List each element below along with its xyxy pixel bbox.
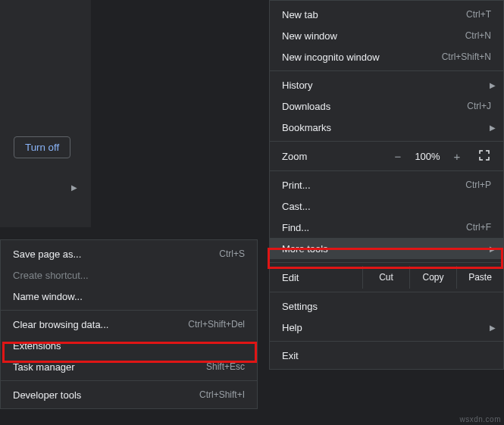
cut-button[interactable]: Cut [362,266,409,289]
edit-row: Edit Cut Copy Paste [270,266,503,289]
zoom-row: Zoom − 100% + [270,145,503,167]
shortcut: Ctrl+Shift+N [442,52,491,62]
shortcut: Ctrl+Shift+Del [188,319,245,330]
menu-item-print[interactable]: Print... Ctrl+P [270,174,503,195]
menu-label: More tools [282,243,491,255]
menu-item-more-tools[interactable]: More tools ▶ [270,238,503,259]
more-tools-submenu: Save page as... Ctrl+S Create shortcut..… [0,239,258,409]
menu-label: Clear browsing data... [13,319,188,330]
chevron-right-icon: ▶ [71,183,77,192]
edit-label: Edit [282,272,362,283]
shortcut: Ctrl+J [467,101,491,111]
menu-item-new-incognito[interactable]: New incognito window Ctrl+Shift+N [270,46,503,67]
chevron-right-icon: ▶ [490,245,496,253]
menu-item-new-tab[interactable]: New tab Ctrl+T [270,4,503,25]
separator [270,262,503,263]
copy-button[interactable]: Copy [409,266,456,289]
watermark: wsxdn.com [459,415,501,423]
menu-label: Exit [282,350,491,361]
menu-item-clear-data[interactable]: Clear browsing data... Ctrl+Shift+Del [1,314,257,335]
menu-item-history[interactable]: History ▶ [270,74,503,95]
menu-item-name-window[interactable]: Name window... [1,286,257,307]
menu-item-exit[interactable]: Exit [270,345,503,366]
menu-item-save-page[interactable]: Save page as... Ctrl+S [1,243,257,264]
shortcut: Ctrl+F [466,222,491,233]
menu-item-downloads[interactable]: Downloads Ctrl+J [270,95,503,117]
shortcut: Ctrl+P [465,180,491,190]
menu-label: Print... [282,180,465,191]
separator [1,310,257,311]
menu-item-settings[interactable]: Settings [270,295,503,317]
separator [270,141,503,142]
menu-item-developer-tools[interactable]: Developer tools Ctrl+Shift+I [1,384,257,405]
separator [270,292,503,292]
zoom-in-button[interactable]: + [446,150,468,163]
menu-label: Settings [282,301,491,312]
separator [1,380,257,381]
turn-off-button[interactable]: Turn off [14,136,70,158]
chevron-right-icon: ▶ [490,123,496,132]
background-panel-top [0,0,91,227]
menu-item-cast[interactable]: Cast... [270,195,503,217]
chevron-right-icon: ▶ [490,81,496,89]
menu-item-extensions[interactable]: Extensions [1,335,257,356]
separator [270,170,503,171]
separator [270,341,503,342]
shortcut: Ctrl+S [219,248,245,259]
zoom-label: Zoom [282,151,387,162]
shortcut: Ctrl+T [466,9,491,20]
menu-label: New window [282,30,465,42]
menu-label: Task manager [13,361,206,373]
zoom-out-button[interactable]: − [387,150,409,163]
shortcut: Shift+Esc [206,361,245,372]
menu-label: Save page as... [13,248,219,260]
menu-label: Downloads [282,101,467,112]
menu-label: Name window... [13,291,245,302]
menu-item-create-shortcut: Create shortcut... [1,264,257,286]
separator [270,70,503,71]
menu-label: Bookmarks [282,122,491,133]
zoom-value: 100% [409,151,446,162]
menu-label: Find... [282,222,466,233]
chevron-right-icon: ▶ [490,323,496,332]
menu-label: Extensions [13,340,245,352]
menu-label: Cast... [282,201,491,212]
fullscreen-button[interactable] [473,149,496,164]
main-context-menu: New tab Ctrl+T New window Ctrl+N New inc… [269,0,504,370]
menu-label: Create shortcut... [13,270,245,281]
menu-item-find[interactable]: Find... Ctrl+F [270,217,503,238]
menu-label: New incognito window [282,52,442,63]
menu-label: History [282,80,491,91]
menu-item-new-window[interactable]: New window Ctrl+N [270,25,503,46]
shortcut: Ctrl+N [465,30,491,41]
menu-item-help[interactable]: Help ▶ [270,317,503,338]
menu-label: Help [282,322,491,333]
menu-label: New tab [282,9,466,20]
paste-button[interactable]: Paste [456,266,503,289]
menu-item-task-manager[interactable]: Task manager Shift+Esc [1,356,257,377]
fullscreen-icon [478,149,490,161]
menu-label: Developer tools [13,389,199,401]
menu-item-bookmarks[interactable]: Bookmarks ▶ [270,117,503,138]
shortcut: Ctrl+Shift+I [199,389,245,400]
